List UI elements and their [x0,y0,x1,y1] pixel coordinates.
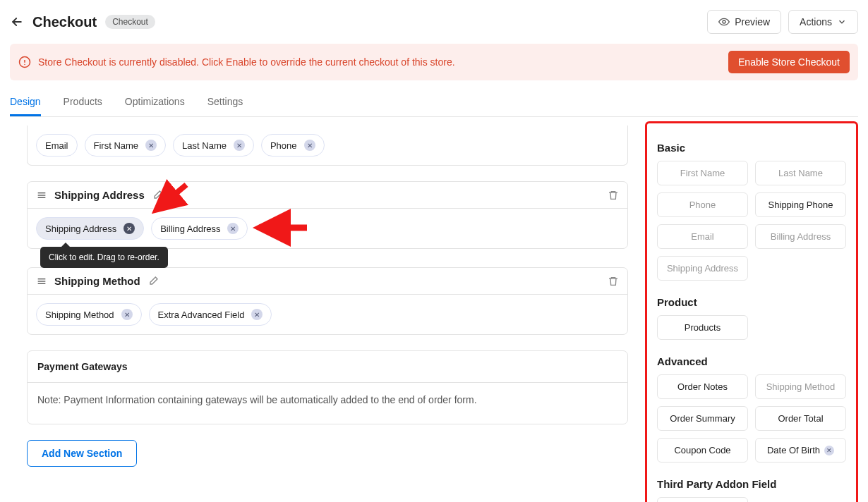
preview-label: Preview [735,16,770,27]
back-icon[interactable] [10,15,24,29]
field-chip-extra-advanced[interactable]: Extra Advanced Field✕ [149,303,272,326]
palette-shipping-phone[interactable]: Shipping Phone [755,192,846,217]
svg-point-0 [723,20,725,23]
section-payment-gateways: Payment Gateways Note: Payment Informati… [27,350,628,424]
field-chip-shipping-method[interactable]: Shipping Method✕ [36,303,142,326]
palette-billing-address[interactable]: Billing Address [755,224,846,249]
section-shipping-address: Shipping Address Shipping Address✕ Billi… [27,181,628,249]
section-title: Payment Gateways [28,351,627,383]
preview-button[interactable]: Preview [707,10,781,34]
enable-store-checkout-button[interactable]: Enable Store Checkout [728,51,850,73]
palette-date-of-birth[interactable]: Date Of Birth✕ [755,438,846,463]
tab-design[interactable]: Design [10,96,41,116]
remove-icon[interactable]: ✕ [251,309,263,320]
palette-coupon-code[interactable]: Coupon Code [657,438,748,463]
palette-email[interactable]: Email [657,224,748,249]
group-title-advanced: Advanced [657,355,846,367]
palette-phone[interactable]: Phone [657,192,748,217]
tab-products[interactable]: Products [64,96,102,116]
remove-icon[interactable]: ✕ [304,140,315,151]
delete-icon[interactable] [608,276,619,287]
palette-last-name[interactable]: Last Name [755,161,846,185]
palette-shipping-method[interactable]: Shipping Method [755,374,846,399]
palette-extra-advanced-fields[interactable]: Extra Advanced Fields [657,497,748,502]
top-bar: Checkout Checkout Preview Actions [10,10,858,34]
payment-note: Note: Payment Information containing gat… [28,383,627,424]
field-palette: Basic First Name Last Name Phone Shippin… [645,121,858,502]
page-type-tag: Checkout [105,15,155,29]
remove-icon[interactable]: ✕ [123,223,135,234]
palette-order-total[interactable]: Order Total [755,406,846,431]
field-chip-phone[interactable]: Phone✕ [261,134,325,157]
actions-label: Actions [800,16,832,27]
tooltip: Click to edit. Drag to re-order. [40,247,168,268]
page-title: Checkout [32,14,97,30]
edit-icon[interactable] [147,276,159,287]
palette-products[interactable]: Products [657,315,748,340]
remove-icon[interactable]: ✕ [824,446,834,455]
actions-button[interactable]: Actions [788,10,858,34]
group-title-third-party: Third Party Addon Field [657,478,846,490]
tab-optimizations[interactable]: Optimizations [125,96,185,116]
alert-banner: Store Checkout is currently disabled. Cl… [10,44,858,80]
palette-shipping-address[interactable]: Shipping Address [657,256,748,281]
info-icon [18,56,31,68]
palette-first-name[interactable]: First Name [657,161,748,185]
section-title: Shipping Method [54,275,140,287]
field-chip-last-name[interactable]: Last Name✕ [173,134,254,157]
svg-point-3 [24,64,25,66]
drag-handle-icon[interactable] [36,190,47,201]
delete-icon[interactable] [608,190,619,201]
edit-icon[interactable] [152,190,163,201]
group-title-basic: Basic [657,142,846,154]
group-title-product: Product [657,296,846,308]
drag-handle-icon[interactable] [36,276,47,287]
field-chip-email[interactable]: Email [36,134,78,157]
section-shipping-method: Shipping Method Shipping Method✕ Extra A… [27,267,628,335]
chevron-down-icon [837,17,847,27]
section-title: Shipping Address [54,189,145,201]
palette-order-notes[interactable]: Order Notes [657,374,748,399]
section-contact: Email First Name✕ Last Name✕ Phone✕ [27,126,628,166]
remove-icon[interactable]: ✕ [227,223,239,234]
field-chip-billing-address[interactable]: Billing Address✕ [151,217,248,240]
tabs: Design Products Optimizations Settings [10,96,858,117]
remove-icon[interactable]: ✕ [121,309,133,320]
field-chip-shipping-address[interactable]: Shipping Address✕ [36,217,144,240]
remove-icon[interactable]: ✕ [234,140,245,151]
eye-icon [718,16,730,27]
remove-icon[interactable]: ✕ [145,140,157,151]
palette-order-summary[interactable]: Order Summary [657,406,748,431]
field-chip-first-name[interactable]: First Name✕ [85,134,167,157]
add-new-section-button[interactable]: Add New Section [27,440,137,467]
tab-settings[interactable]: Settings [207,96,243,116]
alert-text: Store Checkout is currently disabled. Cl… [38,56,455,68]
